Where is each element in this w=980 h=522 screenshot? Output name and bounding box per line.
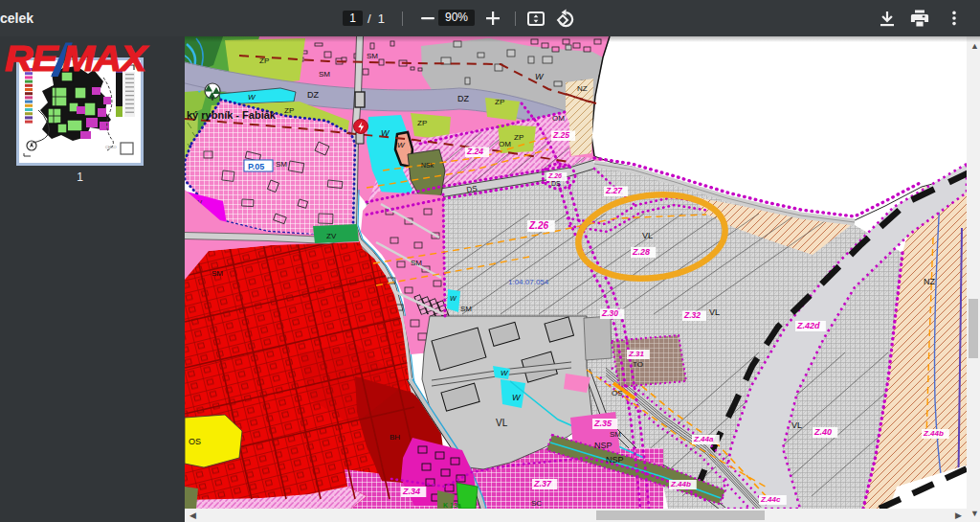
svg-text:TO: TO xyxy=(633,360,643,369)
svg-text:SM: SM xyxy=(411,259,422,267)
svg-text:Z.26: Z.26 xyxy=(547,172,562,179)
svg-text:CHKO: CHKO xyxy=(105,145,117,149)
svg-text:Z.28: Z.28 xyxy=(632,247,650,257)
svg-text:Z.35: Z.35 xyxy=(593,419,612,428)
svg-text:Z.44a: Z.44a xyxy=(693,435,714,443)
svg-text:ZP: ZP xyxy=(495,98,504,106)
svg-text:Z.25: Z.25 xyxy=(552,130,569,140)
svg-text:SM: SM xyxy=(319,70,330,79)
svg-text:OS: OS xyxy=(612,389,623,397)
svg-text:Z.37: Z.37 xyxy=(533,479,552,488)
svg-text:NZ: NZ xyxy=(924,277,935,286)
svg-text:SM: SM xyxy=(610,430,621,439)
svg-text:Z.44b: Z.44b xyxy=(670,480,691,488)
svg-text:K 13a: K 13a xyxy=(443,502,461,509)
svg-text:SC: SC xyxy=(531,499,542,508)
svg-text:ZP: ZP xyxy=(259,57,269,65)
svg-text:Z.31: Z.31 xyxy=(628,350,645,358)
svg-text:Z.44b: Z.44b xyxy=(923,429,944,438)
svg-text:SM: SM xyxy=(276,160,287,169)
svg-text:BH: BH xyxy=(390,433,400,442)
svg-text:SM: SM xyxy=(460,305,472,313)
svg-text:VL: VL xyxy=(642,231,653,240)
svg-text:ZP: ZP xyxy=(514,133,523,142)
svg-text:VL: VL xyxy=(496,418,508,428)
svg-text:ZV: ZV xyxy=(326,232,337,240)
svg-text:Z.40: Z.40 xyxy=(813,427,832,437)
svg-text:SM: SM xyxy=(212,269,223,278)
svg-text:DZ: DZ xyxy=(307,90,319,100)
svg-text:VL: VL xyxy=(709,307,720,317)
svg-text:OM: OM xyxy=(552,114,565,123)
svg-text:Z.30: Z.30 xyxy=(601,308,618,318)
svg-text:DS: DS xyxy=(551,180,561,187)
svg-text:NSP: NSP xyxy=(606,455,624,465)
svg-text:Z.42d: Z.42d xyxy=(796,321,820,330)
svg-text:P.05: P.05 xyxy=(248,162,264,171)
svg-text:1:04.07.054: 1:04.07.054 xyxy=(508,278,549,286)
svg-text:Z.24: Z.24 xyxy=(466,147,483,156)
svg-text:NSP: NSP xyxy=(594,441,612,450)
svg-text:DZ: DZ xyxy=(457,94,469,103)
svg-text:OM: OM xyxy=(499,140,511,148)
svg-text:NSk: NSk xyxy=(421,162,434,169)
svg-text:DS: DS xyxy=(466,184,479,194)
svg-text:Z.27: Z.27 xyxy=(605,186,623,195)
svg-text:Z.26: Z.26 xyxy=(528,220,548,231)
svg-text:OS: OS xyxy=(189,437,201,446)
svg-text:ký rybník - Fabiák: ký rybník - Fabiák xyxy=(187,109,277,121)
svg-text:ZP: ZP xyxy=(417,119,427,127)
svg-text:Z.32: Z.32 xyxy=(683,310,701,320)
svg-text:ZP: ZP xyxy=(284,106,294,115)
svg-text:NZ: NZ xyxy=(577,84,588,93)
svg-text:SM: SM xyxy=(367,52,378,60)
svg-text:VL: VL xyxy=(791,420,802,430)
svg-text:Z.44c: Z.44c xyxy=(760,495,781,504)
svg-text:Z.34: Z.34 xyxy=(402,487,420,496)
